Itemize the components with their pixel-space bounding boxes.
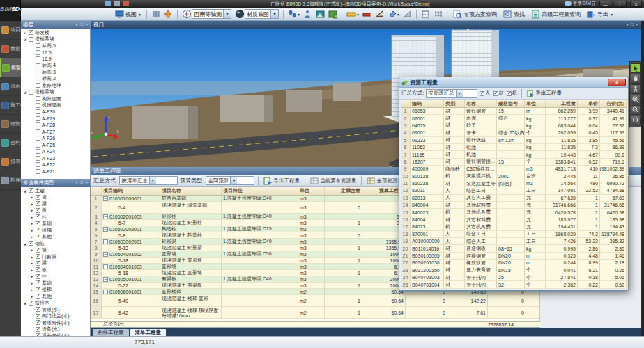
table-row[interactable]: 22 B030701030 材 橡胶软管 DN20 m 0.244 8.99 2…	[401, 260, 627, 267]
pin-icon[interactable]: ▾	[76, 180, 79, 184]
export-button[interactable]: 导出	[585, 8, 615, 19]
display-icon[interactable]	[105, 1, 111, 6]
tree-item[interactable]: 17.5	[21, 49, 90, 56]
angle-measure-button[interactable]	[374, 8, 385, 19]
collapse-icon[interactable]	[103, 239, 108, 244]
tree-item[interactable]: ◢ 给排水	[21, 300, 90, 307]
table-row[interactable]: 3 04025 材 砂子 kg 683.044 0.04 27.32	[401, 122, 627, 129]
tree-item[interactable]: A-F27	[21, 129, 90, 136]
checkbox[interactable]	[36, 83, 40, 88]
checkbox[interactable]	[36, 122, 40, 127]
checkbox[interactable]	[36, 43, 40, 48]
find-button[interactable]: 查找	[501, 8, 527, 19]
zoom-out-button[interactable]	[631, 105, 641, 115]
checkbox[interactable]	[36, 162, 40, 167]
float-icon[interactable]: □	[80, 22, 84, 26]
checkbox[interactable]	[36, 294, 40, 299]
nav-item[interactable]: 物资查询	[0, 115, 21, 134]
nav-item[interactable]: 数据导入	[0, 40, 21, 58]
collapse-icon[interactable]	[103, 290, 108, 294]
summary-mode-select[interactable]: 按清单汇总▼	[119, 176, 178, 185]
checkbox[interactable]	[36, 201, 40, 206]
expand-icon[interactable]: ▸	[30, 215, 34, 219]
checkbox[interactable]	[493, 91, 498, 96]
close-icon[interactable]: ×	[636, 22, 639, 26]
export-quantity-button[interactable]: 导出工程量	[262, 177, 301, 185]
rebar-view-button[interactable]	[433, 8, 443, 19]
login-bim-cloud[interactable]: 登录BIM云	[565, 0, 596, 7]
checkbox[interactable]	[36, 307, 40, 312]
tree-item[interactable]: 标高 2	[21, 76, 90, 83]
view-orientation-combo[interactable]: 西南等轴测▼	[181, 8, 232, 19]
collapse-icon[interactable]	[103, 214, 108, 219]
checkbox[interactable]	[29, 241, 33, 246]
checkbox[interactable]	[29, 37, 33, 42]
float-icon[interactable]: □	[80, 180, 84, 184]
viewport-tab[interactable]: 视口	[93, 22, 104, 28]
dialog-close-button[interactable]: ×	[608, 79, 626, 86]
nav-item[interactable]: 报表管理	[0, 152, 21, 171]
table-row[interactable]: 6 11063 材 铅油 kg 11.835 7.3 86.39	[401, 144, 627, 151]
category-checkbox[interactable]: 人	[480, 90, 491, 97]
nav-item[interactable]: 构件跟踪	[0, 171, 21, 190]
table-row[interactable]: 19 A010000000 人 综合人工 工日 7.426 53.23 395.…	[401, 238, 627, 245]
expand-icon[interactable]: ▸	[30, 287, 34, 292]
advanced-quantity-query-button[interactable]: 高级工程量查询	[529, 8, 583, 19]
select-tool-button[interactable]	[631, 63, 641, 73]
tree-item[interactable]: 标高 4	[21, 63, 90, 70]
checkbox[interactable]	[29, 90, 33, 95]
tree-item[interactable]: A-F28	[21, 122, 90, 129]
tree-item[interactable]: 设备(水)	[21, 326, 90, 333]
tree-item[interactable]: ◢ 塔楼幕墙	[21, 89, 90, 96]
checkbox[interactable]	[480, 91, 484, 96]
tree-item[interactable]: ▸ 柱	[21, 214, 90, 221]
table-row[interactable]: 24 B040701003 材 管子托钩 25 个 27.841 0.18 5.…	[401, 274, 627, 281]
tree-item[interactable]: 室外地坪	[21, 82, 90, 89]
checkbox[interactable]	[36, 261, 40, 266]
checkbox[interactable]	[36, 320, 40, 325]
viewpoint-save-button[interactable]	[315, 8, 325, 19]
collapse-icon[interactable]	[103, 277, 108, 282]
checkbox[interactable]	[36, 254, 40, 259]
tree-item[interactable]: ▸ 门窗洞	[21, 253, 90, 260]
tree-item[interactable]: ◢ 塔楼幕墙	[21, 36, 90, 43]
tree-item[interactable]: ▸ 基础	[21, 280, 90, 287]
dialog-title-bar[interactable]: 资源工程量 ×	[399, 77, 628, 88]
tree-item[interactable]: A-F21	[21, 168, 90, 175]
triangle-tool-button[interactable]	[402, 8, 413, 19]
tree-item[interactable]: A-F24	[21, 148, 90, 155]
checkbox[interactable]	[36, 327, 40, 332]
pan-tool-button[interactable]	[631, 74, 641, 84]
checkbox[interactable]	[36, 149, 40, 154]
expand-icon[interactable]: ◢	[23, 189, 27, 193]
checkbox[interactable]	[36, 136, 40, 141]
expand-icon[interactable]: ▸	[30, 294, 34, 299]
zoom-in-button[interactable]	[631, 95, 641, 104]
table-row[interactable]: 5 09233 材 镀锌铁丝 8#-12# kg 11.835 3.85 45.…	[401, 137, 627, 144]
tree-item[interactable]: ▸ 板	[21, 267, 90, 274]
checkbox[interactable]	[507, 91, 512, 96]
expand-icon[interactable]: ▸	[30, 235, 34, 239]
pin-icon[interactable]: ▾	[627, 22, 629, 26]
table-row[interactable]: 2 02001 材 水泥 综合 kg 113.277 0.37 41.91	[401, 115, 627, 122]
expand-icon[interactable]: ◢	[23, 301, 27, 305]
special-plan-query-button[interactable]: 专项方案查询	[451, 8, 499, 19]
table-row[interactable]: 9 400009 商品砼 C30预拌混… m3 4831.713 410 198…	[401, 166, 627, 173]
pin-icon[interactable]	[123, 1, 129, 6]
grid-select-button[interactable]	[151, 8, 161, 19]
tree-item[interactable]: 阀门法兰(水)	[21, 313, 90, 320]
tree-item[interactable]: ▸ 墙	[21, 247, 90, 254]
dialog-export-button[interactable]: 导出工程量	[526, 90, 564, 97]
expand-icon[interactable]: ▸	[30, 195, 34, 199]
tree-item[interactable]: A-F22	[21, 161, 90, 168]
tree-item[interactable]: A-F26	[21, 135, 90, 142]
nav-item[interactable]: 施工模拟	[0, 96, 21, 115]
tree-item[interactable]: ◢ 土建	[21, 187, 90, 194]
expand-icon[interactable]: ▸	[30, 261, 34, 265]
render-mode-combo[interactable]: 材质贴图▼	[234, 8, 279, 19]
checkbox[interactable]	[36, 96, 40, 101]
table-row[interactable]: 23 B031200150 材 压力表弯管 DN15 个 0.041 6.21 …	[401, 267, 627, 274]
table-row[interactable]: 1 01053 材 镀锌钢管 15 m 862.259 3.99 3440.41	[401, 108, 627, 115]
table-row[interactable]: 12 82011 人 综合工日 工日 147.091 32.53 4784.88	[401, 187, 627, 194]
tree-item[interactable]: ▸ 其他	[21, 234, 90, 241]
